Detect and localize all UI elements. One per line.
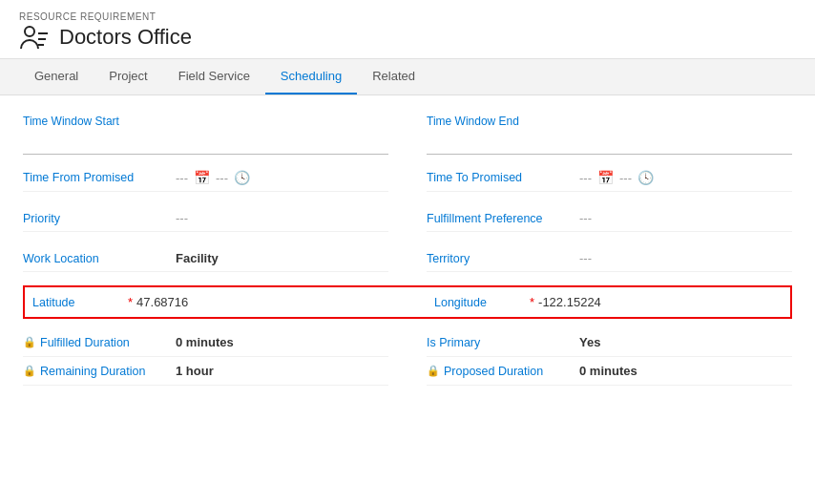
time-window-end-label: Time Window End	[427, 115, 792, 128]
lock-icon-remaining: 🔒	[23, 365, 36, 377]
scheduling-content: Time Window Start Time Window End Time F…	[0, 95, 815, 405]
remaining-duration-value: 1 hour	[176, 364, 214, 378]
priority-value: ---	[176, 211, 188, 225]
time-from-col: Time From Promised --- 📅 --- 🕓	[23, 164, 388, 192]
fulfilled-duration-col: 🔒 Fulfilled Duration 0 minutes 🔒 Remaini…	[23, 328, 388, 386]
territory-row: Territory ---	[427, 245, 792, 272]
latitude-required-star: *	[128, 295, 133, 309]
time-promised-section: Time From Promised --- 📅 --- 🕓 Time To P…	[23, 164, 792, 192]
longitude-required-star: *	[530, 295, 534, 309]
resource-icon	[19, 24, 50, 51]
territory-col: Territory ---	[427, 245, 792, 272]
time-to-col: Time To Promised --- 📅 --- 🕓	[427, 164, 792, 192]
lat-lon-row: Latitude * 47.68716 Longitude * -122.152…	[25, 289, 790, 315]
time-window-end-input[interactable]	[427, 132, 792, 155]
fulfillment-preference-value: ---	[579, 211, 592, 225]
latitude-value[interactable]: 47.68716	[136, 295, 188, 309]
time-from-promised-row: Time From Promised --- 📅 --- 🕓	[23, 164, 388, 192]
longitude-value[interactable]: -122.15224	[538, 295, 601, 309]
fulfillment-preference-label: Fulfillment Preference	[427, 212, 579, 225]
priority-label: Priority	[23, 212, 176, 225]
time-to-values: --- 📅 --- 🕓	[579, 170, 654, 185]
lat-lon-highlight-box: Latitude * 47.68716 Longitude * -122.152…	[23, 285, 792, 319]
work-location-section: Work Location Facility Territory ---	[23, 245, 792, 272]
territory-label: Territory	[427, 252, 579, 265]
priority-col: Priority ---	[23, 205, 388, 232]
clock-icon-from[interactable]: 🕓	[234, 170, 250, 185]
tab-bar: General Project Field Service Scheduling…	[0, 59, 815, 95]
fulfilled-duration-row: 🔒 Fulfilled Duration 0 minutes	[23, 328, 388, 357]
page-title: Doctors Office	[59, 25, 192, 50]
is-primary-row: Is Primary Yes	[427, 328, 792, 357]
time-window-end-col: Time Window End	[427, 115, 792, 155]
time-to-promised-label: Time To Promised	[427, 171, 579, 184]
calendar-icon-to[interactable]: 📅	[597, 170, 614, 185]
is-primary-label: Is Primary	[427, 336, 579, 349]
time-from-promised-label: Time From Promised	[23, 171, 176, 184]
longitude-label: Longitude	[434, 296, 530, 309]
work-location-row: Work Location Facility	[23, 245, 388, 272]
time-from-time: ---	[216, 171, 228, 185]
latitude-field-row: Latitude * 47.68716	[25, 289, 388, 315]
tab-scheduling[interactable]: Scheduling	[265, 59, 357, 94]
tab-project[interactable]: Project	[94, 59, 162, 94]
fulfilled-duration-value: 0 minutes	[176, 335, 234, 349]
time-window-start-label: Time Window Start	[23, 115, 388, 128]
proposed-duration-value: 0 minutes	[579, 364, 637, 378]
time-to-date: ---	[579, 171, 592, 185]
time-window-section: Time Window Start Time Window End	[23, 115, 792, 155]
priority-row: Priority ---	[23, 205, 388, 232]
latitude-col: Latitude * 47.68716	[25, 289, 388, 315]
lock-icon-fulfilled: 🔒	[23, 336, 36, 348]
lock-icon-proposed: 🔒	[427, 365, 440, 377]
proposed-duration-row: 🔒 Proposed Duration 0 minutes	[427, 357, 792, 386]
work-location-value: Facility	[176, 251, 219, 265]
time-from-date: ---	[176, 171, 188, 185]
latitude-label: Latitude	[32, 296, 128, 309]
longitude-col: Longitude * -122.15224	[427, 289, 790, 315]
page-header: RESOURCE REQUIREMENT Doctors Office	[0, 0, 815, 59]
time-from-values: --- 📅 --- 🕓	[176, 170, 250, 185]
clock-icon-to[interactable]: 🕓	[637, 170, 654, 185]
fulfillment-col: Fulfillment Preference ---	[427, 205, 792, 232]
is-primary-col: Is Primary Yes 🔒 Proposed Duration 0 min…	[427, 328, 792, 386]
bottom-section: 🔒 Fulfilled Duration 0 minutes 🔒 Remaini…	[23, 328, 792, 386]
svg-point-0	[25, 27, 34, 36]
time-window-start-col: Time Window Start	[23, 115, 388, 155]
remaining-duration-row: 🔒 Remaining Duration 1 hour	[23, 357, 388, 386]
remaining-duration-label: 🔒 Remaining Duration	[23, 365, 176, 378]
is-primary-value: Yes	[579, 335, 600, 349]
time-to-time: ---	[619, 171, 632, 185]
priority-section: Priority --- Fulfillment Preference ---	[23, 205, 792, 232]
proposed-duration-label: 🔒 Proposed Duration	[427, 365, 579, 378]
time-window-start-input[interactable]	[23, 132, 388, 155]
fulfilled-duration-label: 🔒 Fulfilled Duration	[23, 336, 176, 349]
work-location-col: Work Location Facility	[23, 245, 388, 272]
fulfillment-preference-row: Fulfillment Preference ---	[427, 205, 792, 232]
longitude-field-row: Longitude * -122.15224	[427, 289, 790, 315]
tab-general[interactable]: General	[19, 59, 94, 94]
time-to-promised-row: Time To Promised --- 📅 --- 🕓	[427, 164, 792, 192]
tab-related[interactable]: Related	[357, 59, 430, 94]
resource-label: RESOURCE REQUIREMENT	[19, 11, 796, 22]
territory-value: ---	[579, 251, 592, 265]
tab-field-service[interactable]: Field Service	[163, 59, 265, 94]
work-location-label: Work Location	[23, 252, 176, 265]
calendar-icon-from[interactable]: 📅	[194, 170, 210, 185]
